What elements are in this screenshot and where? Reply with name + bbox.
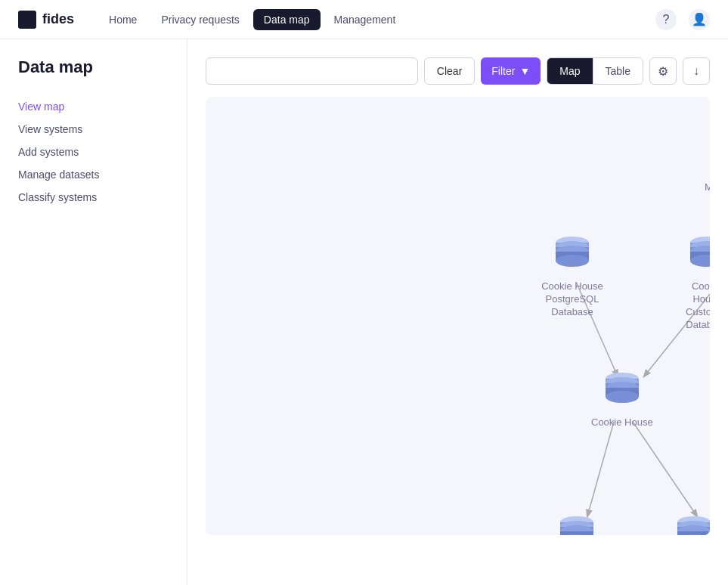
node-hubspot[interactable]: Hubspot CRM: [546, 516, 608, 535]
node-hubspot-icon: [556, 516, 598, 535]
download-icon-button[interactable]: ↓: [683, 57, 710, 85]
view-toggle: Map Table: [547, 57, 643, 85]
filter-button[interactable]: Filter ▼: [481, 57, 541, 85]
node-stripe-icon: [673, 516, 710, 535]
filter-icon: ▼: [519, 65, 530, 77]
svg-point-25: [556, 255, 589, 267]
topbar: fides Home Privacy requests Data map Man…: [0, 0, 728, 39]
node-marketing[interactable]: Cookie House Marketing System: [705, 112, 710, 207]
svg-point-32: [606, 391, 639, 403]
sidebar-item-view-systems[interactable]: View systems: [12, 118, 175, 141]
toolbar: Clear Filter ▼ Map Table ⚙ ↓: [206, 57, 710, 85]
main-content: Clear Filter ▼ Map Table ⚙ ↓: [187, 39, 728, 585]
search-input[interactable]: [206, 57, 418, 85]
settings-icon-button[interactable]: ⚙: [649, 57, 677, 85]
node-stripe[interactable]: Stripe payment processing: [671, 516, 710, 535]
node-marketing-label: Cookie House Marketing System: [705, 156, 710, 207]
node-marketing-icon: [705, 112, 710, 151]
map-area: Cookie House Marketing System Cookie Ho: [206, 97, 710, 535]
logo: fides: [18, 11, 74, 29]
node-customer-db-icon: [686, 237, 710, 276]
nav-item-home[interactable]: Home: [98, 9, 147, 30]
sidebar-item-view-map[interactable]: View map: [12, 95, 175, 118]
sidebar-item-manage-datasets[interactable]: Manage datasets: [12, 163, 175, 186]
nav-item-datamap[interactable]: Data map: [253, 9, 321, 30]
help-icon[interactable]: ?: [655, 9, 677, 30]
filter-label: Filter: [491, 65, 515, 77]
main-nav: Home Privacy requests Data map Managemen…: [98, 9, 655, 30]
node-cookie-house-label: Cookie House: [591, 416, 653, 429]
nav-item-privacy[interactable]: Privacy requests: [150, 9, 249, 30]
nav-icons: ? 👤: [655, 9, 710, 30]
sidebar: Data map View map View systems Add syste…: [0, 39, 187, 585]
nav-item-management[interactable]: Management: [324, 9, 407, 30]
logo-icon: [18, 11, 36, 29]
node-postgres-db-icon: [551, 237, 593, 276]
sidebar-item-classify-systems[interactable]: Classify systems: [12, 186, 175, 209]
arrows-svg: [206, 97, 710, 535]
table-view-button[interactable]: Table: [593, 58, 643, 84]
user-icon[interactable]: 👤: [689, 9, 710, 30]
map-view-button[interactable]: Map: [547, 58, 593, 84]
svg-line-4: [633, 422, 697, 516]
node-customer-db[interactable]: Cookie House Customer Database: [686, 237, 710, 332]
node-cookie-house[interactable]: Cookie House: [591, 373, 653, 429]
clear-button[interactable]: Clear: [424, 57, 475, 85]
page-title: Data map: [12, 57, 175, 77]
node-postgres-db[interactable]: Cookie House PostgreSQL Database: [534, 237, 610, 319]
svg-line-3: [587, 422, 614, 516]
node-cookie-house-icon: [601, 373, 643, 412]
node-customer-db-label: Cookie House Customer Database: [686, 280, 710, 332]
layout: Data map View map View systems Add syste…: [0, 39, 728, 585]
logo-text: fides: [42, 11, 74, 27]
node-postgres-db-label: Cookie House PostgreSQL Database: [534, 280, 610, 319]
sidebar-item-add-systems[interactable]: Add systems: [12, 141, 175, 163]
